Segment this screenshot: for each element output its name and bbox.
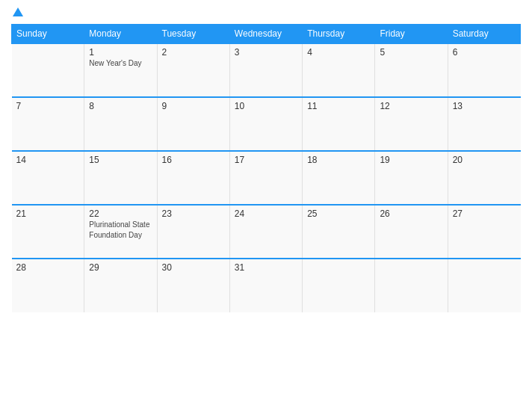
calendar-day-cell: 6 [448,43,520,97]
day-number: 20 [453,155,516,165]
day-number: 1 [89,47,152,58]
calendar-day-cell [303,259,375,312]
logo-line1 [11,7,23,18]
calendar-day-cell: 1New Year's Day [84,43,157,97]
day-number: 2 [162,47,225,58]
day-number: 16 [162,155,225,165]
day-number: 24 [235,208,297,219]
calendar-day-cell: 31 [229,259,302,312]
day-number: 8 [89,101,152,111]
calendar-day-cell: 14 [12,151,84,205]
calendar-day-cell: 25 [303,205,375,259]
calendar-day-cell: 19 [375,151,448,205]
day-number: 23 [162,208,225,219]
holiday-name: New Year's Day [89,59,141,67]
calendar-day-cell: 21 [12,205,84,259]
day-number: 10 [235,101,297,111]
calendar-container: SundayMondayTuesdayWednesdayThursdayFrid… [0,0,532,411]
calendar-day-cell: 28 [12,259,84,312]
weekday-header: Monday [84,25,157,44]
day-number: 28 [16,262,80,273]
holiday-name: Plurinational State Foundation Day [89,220,149,239]
calendar-day-cell: 2 [157,43,229,97]
weekday-header: Thursday [303,25,375,44]
calendar-day-cell: 11 [303,97,375,151]
day-number: 21 [16,208,80,219]
day-number: 9 [162,101,225,111]
day-number: 30 [162,262,225,273]
calendar-day-cell: 10 [229,97,302,151]
logo-triangle-icon [13,7,23,16]
day-number: 6 [453,47,516,58]
calendar-day-cell [12,43,84,97]
calendar-day-cell: 13 [448,97,520,151]
calendar-day-cell: 3 [229,43,302,97]
weekday-header: Wednesday [229,25,302,44]
calendar-day-cell: 4 [303,43,375,97]
calendar-day-cell: 23 [157,205,229,259]
calendar-day-cell [448,259,520,312]
day-number: 27 [453,208,516,219]
day-number: 3 [235,47,297,58]
calendar-day-cell: 7 [12,97,84,151]
calendar-week-row: 78910111213 [12,97,521,151]
header-row [11,7,521,18]
calendar-day-cell: 15 [84,151,157,205]
day-number: 12 [380,101,442,111]
day-number: 4 [307,47,370,58]
day-number: 22 [89,208,152,219]
day-number: 31 [235,262,297,273]
day-number: 11 [307,101,370,111]
day-number: 7 [16,101,80,111]
calendar-day-cell: 9 [157,97,229,151]
calendar-week-row: 1New Year's Day23456 [12,43,521,97]
weekday-header: Tuesday [157,25,229,44]
calendar-day-cell: 16 [157,151,229,205]
day-number: 18 [307,155,370,165]
calendar-week-row: 28293031 [12,259,521,312]
calendar-day-cell: 26 [375,205,448,259]
calendar-day-cell: 22Plurinational State Foundation Day [84,205,157,259]
calendar-day-cell: 17 [229,151,302,205]
calendar-day-cell: 27 [448,205,520,259]
calendar-day-cell: 18 [303,151,375,205]
calendar-day-cell: 5 [375,43,448,97]
weekday-header: Sunday [12,25,84,44]
calendar-day-cell: 20 [448,151,520,205]
day-number: 13 [453,101,516,111]
calendar-table: SundayMondayTuesdayWednesdayThursdayFrid… [11,24,521,312]
logo [11,7,23,18]
day-number: 15 [89,155,152,165]
day-number: 5 [380,47,442,58]
weekday-header: Friday [375,25,448,44]
calendar-week-row: 2122Plurinational State Foundation Day23… [12,205,521,259]
day-number: 17 [235,155,297,165]
calendar-day-cell: 8 [84,97,157,151]
day-number: 14 [16,155,80,165]
weekday-header: Saturday [448,25,520,44]
calendar-week-row: 14151617181920 [12,151,521,205]
calendar-day-cell [375,259,448,312]
calendar-day-cell: 24 [229,205,302,259]
calendar-day-cell: 29 [84,259,157,312]
day-number: 29 [89,262,152,273]
day-number: 25 [307,208,370,219]
weekday-header-row: SundayMondayTuesdayWednesdayThursdayFrid… [12,25,521,44]
day-number: 19 [380,155,442,165]
day-number: 26 [380,208,442,219]
calendar-day-cell: 30 [157,259,229,312]
calendar-day-cell: 12 [375,97,448,151]
